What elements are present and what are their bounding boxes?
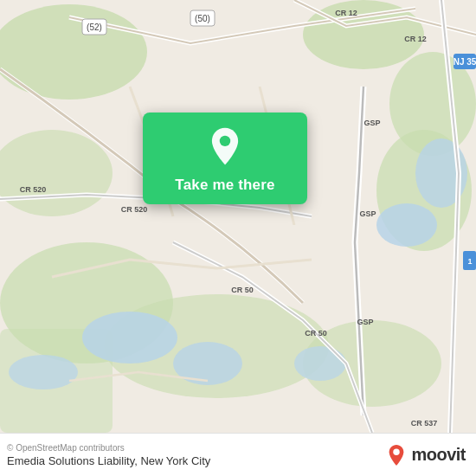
svg-point-35 xyxy=(394,448,400,454)
svg-text:GSP: GSP xyxy=(363,119,380,127)
svg-text:CR 520: CR 520 xyxy=(20,185,47,194)
svg-point-10 xyxy=(82,312,177,363)
moovit-logo: moovit xyxy=(387,444,466,466)
svg-text:CR 50: CR 50 xyxy=(305,329,327,338)
svg-text:GSP: GSP xyxy=(357,318,373,326)
svg-text:CR 12: CR 12 xyxy=(335,9,357,17)
svg-text:1: 1 xyxy=(467,257,472,266)
moovit-pin-icon xyxy=(387,444,406,466)
take-me-there-button[interactable]: Take me there xyxy=(175,177,274,194)
map-background: (52) (50) CR 12 CR 12 NJ 35 GSP GSP GSP … xyxy=(0,0,476,433)
svg-point-12 xyxy=(376,203,437,247)
svg-text:CR 12: CR 12 xyxy=(404,35,427,43)
svg-text:CR 520: CR 520 xyxy=(121,205,148,214)
svg-point-14 xyxy=(294,346,346,381)
location-label: Emedia Solutions Liability, New York Cit… xyxy=(7,454,210,467)
map-attribution: © OpenStreetMap contributors xyxy=(7,443,210,453)
map-container[interactable]: (52) (50) CR 12 CR 12 NJ 35 GSP GSP GSP … xyxy=(0,0,476,433)
location-pin-icon xyxy=(204,126,246,168)
svg-point-34 xyxy=(220,136,230,146)
svg-point-15 xyxy=(9,355,78,389)
svg-text:(52): (52) xyxy=(87,23,102,32)
svg-text:CR 537: CR 537 xyxy=(411,419,438,428)
svg-text:CR 50: CR 50 xyxy=(231,286,254,294)
svg-text:(50): (50) xyxy=(195,14,210,23)
moovit-brand-text: moovit xyxy=(411,445,466,465)
svg-text:NJ 35: NJ 35 xyxy=(453,57,476,67)
popup-card[interactable]: Take me there xyxy=(143,113,307,204)
svg-text:GSP: GSP xyxy=(359,209,376,218)
bottom-bar: © OpenStreetMap contributors Emedia Solu… xyxy=(0,433,476,476)
